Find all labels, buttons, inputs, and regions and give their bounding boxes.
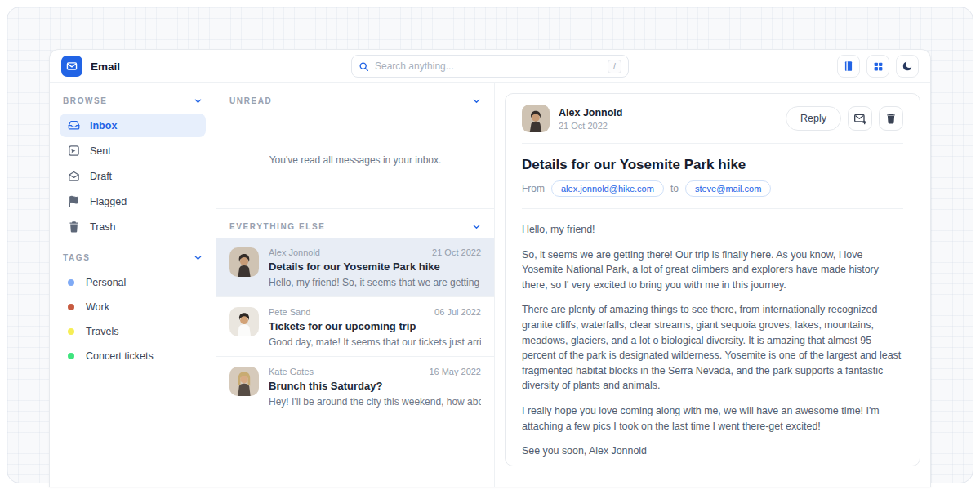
tags-section-header[interactable]: TAGS bbox=[60, 252, 206, 270]
body-paragraph: See you soon, Alex Jonnold bbox=[522, 443, 903, 459]
tag-dot-icon bbox=[68, 353, 74, 359]
email-summary: Pete Sand 06 Jul 2022 Tickets for our up… bbox=[269, 307, 481, 348]
sidebar-item-flagged[interactable]: Flagged bbox=[60, 189, 206, 213]
email-logo-icon bbox=[61, 56, 82, 77]
tag-label: Work bbox=[86, 301, 109, 313]
email-app-window: Email / bbox=[49, 49, 931, 487]
unread-section-header[interactable]: UNREAD bbox=[216, 83, 494, 112]
draft-icon bbox=[68, 170, 80, 182]
from-label: From bbox=[522, 183, 545, 194]
detail-subject: Details for our Yosemite Park hike bbox=[522, 144, 903, 173]
body-paragraph: So, it seems we are getting there! Our t… bbox=[522, 247, 903, 293]
dark-mode-button[interactable] bbox=[896, 55, 919, 78]
search-box[interactable]: / bbox=[351, 55, 629, 78]
tag-label: Travels bbox=[86, 326, 119, 337]
email-date: 16 May 2022 bbox=[429, 367, 481, 376]
detail-sender-name: Alex Jonnold bbox=[559, 107, 622, 118]
header-actions bbox=[837, 55, 919, 78]
everything-else-section-header[interactable]: EVERYTHING ELSE bbox=[216, 209, 494, 238]
sidebar-item-label: Inbox bbox=[90, 120, 117, 131]
tag-item-personal[interactable]: Personal bbox=[60, 270, 206, 295]
book-icon bbox=[843, 60, 854, 72]
sender-block: Alex Jonnold 21 Oct 2022 bbox=[559, 107, 622, 131]
email-body: Hello, my friend! So, it seems we are ge… bbox=[522, 209, 903, 466]
search-icon bbox=[359, 61, 369, 72]
email-sender: Pete Sand bbox=[269, 307, 310, 317]
sidebar-item-trash[interactable]: Trash bbox=[60, 215, 206, 238]
tag-dot-icon bbox=[68, 328, 74, 335]
trash-icon bbox=[68, 220, 80, 233]
sidebar-item-inbox[interactable]: Inbox bbox=[60, 114, 206, 137]
email-detail-card: Alex Jonnold 21 Oct 2022 Reply bbox=[505, 93, 920, 466]
browse-section-header[interactable]: BROWSE bbox=[60, 95, 206, 114]
moon-icon bbox=[902, 60, 913, 72]
email-preview: Hello, my friend! So, it seems that we a… bbox=[269, 277, 481, 288]
tag-dot-icon bbox=[68, 304, 74, 310]
to-address-pill[interactable]: steve@mail.com bbox=[685, 180, 771, 197]
detail-date: 21 Oct 2022 bbox=[559, 121, 622, 131]
to-label: to bbox=[670, 183, 679, 194]
email-list-item-kate[interactable]: Kate Gates 16 May 2022 Brunch this Satur… bbox=[216, 357, 494, 416]
sidebar-item-label: Flagged bbox=[90, 196, 127, 207]
tags-label: TAGS bbox=[63, 253, 90, 262]
sidebar-item-label: Sent bbox=[90, 145, 111, 157]
email-sender: Alex Jonnold bbox=[269, 247, 320, 257]
delete-button[interactable] bbox=[879, 106, 903, 131]
detail-actions: Reply bbox=[786, 106, 903, 131]
tag-item-travels[interactable]: Travels bbox=[60, 319, 206, 344]
search-input[interactable] bbox=[375, 60, 602, 72]
email-date: 21 Oct 2022 bbox=[432, 247, 481, 257]
email-detail-area: Alex Jonnold 21 Oct 2022 Reply bbox=[495, 83, 930, 487]
email-list-item-alex[interactable]: Alex Jonnold 21 Oct 2022 Details for our… bbox=[216, 238, 494, 297]
sidebar-item-sent[interactable]: Sent bbox=[60, 139, 206, 163]
email-subject: Brunch this Saturday? bbox=[269, 380, 481, 392]
search-shortcut-badge: / bbox=[608, 60, 621, 74]
email-summary: Alex Jonnold 21 Oct 2022 Details for our… bbox=[269, 247, 481, 288]
body-paragraph: There are plenty of amazing things to se… bbox=[522, 302, 903, 394]
avatar bbox=[229, 367, 259, 396]
tag-item-concert-tickets[interactable]: Concert tickets bbox=[60, 344, 206, 368]
tag-item-work[interactable]: Work bbox=[60, 295, 206, 319]
forward-button[interactable] bbox=[848, 106, 872, 131]
chevron-down-icon[interactable] bbox=[472, 222, 481, 231]
sent-icon bbox=[68, 145, 80, 157]
reply-button[interactable]: Reply bbox=[786, 106, 841, 131]
email-list-column: UNREAD You've read all messages in your … bbox=[216, 83, 495, 487]
from-address-pill[interactable]: alex.jonnold@hike.com bbox=[551, 180, 664, 197]
sidebar-item-label: Draft bbox=[90, 171, 112, 182]
chevron-down-icon[interactable] bbox=[472, 96, 481, 105]
avatar bbox=[229, 307, 259, 336]
everything-else-label: EVERYTHING ELSE bbox=[229, 222, 326, 231]
email-sender: Kate Gates bbox=[269, 367, 314, 376]
email-subject: Tickets for our upcoming trip bbox=[269, 320, 481, 332]
envelope-plus-icon bbox=[853, 112, 866, 125]
email-list-item-pete[interactable]: Pete Sand 06 Jul 2022 Tickets for our up… bbox=[216, 297, 494, 357]
body-paragraph: I really hope you love coming along with… bbox=[522, 403, 903, 434]
app-logo-wrap: Email bbox=[61, 56, 120, 77]
chevron-down-icon[interactable] bbox=[194, 253, 203, 262]
email-subject: Details for our Yosemite Park hike bbox=[269, 261, 481, 273]
sidebar-item-draft[interactable]: Draft bbox=[60, 164, 206, 188]
sidebar: BROWSE Inbox Sent bbox=[50, 83, 216, 487]
inbox-icon bbox=[68, 119, 80, 131]
browse-label: BROWSE bbox=[63, 96, 108, 105]
email-preview: Hey! I'll be around the city this weeken… bbox=[269, 396, 481, 408]
grid-icon bbox=[873, 61, 884, 72]
detail-header: Alex Jonnold 21 Oct 2022 Reply bbox=[522, 94, 903, 143]
app-title: Email bbox=[91, 60, 120, 73]
from-to-row: From alex.jonnold@hike.com to steve@mail… bbox=[522, 173, 903, 208]
avatar bbox=[522, 105, 550, 132]
tag-label: Concert tickets bbox=[86, 350, 154, 362]
email-summary: Kate Gates 16 May 2022 Brunch this Satur… bbox=[269, 367, 481, 408]
avatar bbox=[229, 247, 259, 277]
unread-empty-text: You've read all messages in your inbox. bbox=[270, 154, 442, 166]
apps-button[interactable] bbox=[866, 55, 889, 78]
flag-icon bbox=[68, 195, 80, 207]
chevron-down-icon[interactable] bbox=[194, 96, 203, 105]
unread-label: UNREAD bbox=[229, 96, 272, 105]
tag-dot-icon bbox=[68, 279, 74, 286]
sidebar-item-label: Trash bbox=[90, 221, 116, 233]
unread-empty-state: You've read all messages in your inbox. bbox=[216, 112, 494, 208]
notebook-button[interactable] bbox=[837, 55, 860, 78]
tag-label: Personal bbox=[86, 277, 126, 288]
